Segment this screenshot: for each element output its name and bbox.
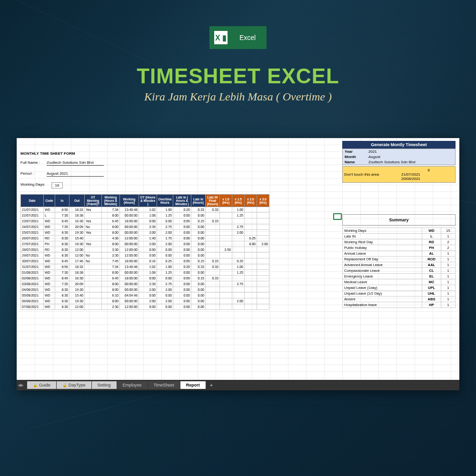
table-row[interactable]: 22/07/2021L7:3018:388:0000:00:001:081.25… — [21, 213, 269, 218]
col-date: Date — [21, 195, 44, 207]
col-latein-h: Late In (Hours) — [191, 195, 206, 207]
table-row[interactable]: 29/07/2021WD8:3012:00No2:3012:00:000:000… — [21, 253, 269, 258]
summary-row: Hospitalization leaveHP1 — [343, 302, 456, 308]
tab-employee[interactable]: Employee — [117, 381, 148, 389]
summary-row: Emergency LeaveEL1 — [343, 274, 456, 279]
tab-add-button[interactable]: + — [206, 382, 217, 388]
table-row[interactable]: 21/07/2021WD8:5618:32Yes7:3413:40:481:02… — [21, 207, 269, 213]
warning-panel: 8 Don't touch this area21/07/2021 20/08/… — [342, 166, 456, 183]
table-row[interactable]: 07/08/2021WD8:3012:002:3012:00:000:000.0… — [21, 304, 269, 310]
summary-row: Compassionate LeaveCL1 — [343, 268, 456, 274]
timesheet-table[interactable]: Date Code In Out OT Morning (Travel)? Wo… — [20, 194, 269, 310]
warn-text: Don't touch this area — [344, 172, 401, 177]
summary-row: Unpaid Leave (1day)UPL1 — [343, 285, 456, 291]
table-row[interactable]: 05/08/2021WD8:3015:406:1004:04:480:000.0… — [21, 293, 269, 298]
sheet-tabs: ◀ ▶ 🔒Guide 🔒DayType Setting Employee Tim… — [17, 380, 459, 390]
table-row[interactable]: 25/07/2021WD8:3019:30Yes8:0000:00:002:00… — [21, 230, 269, 236]
col-out: Out — [69, 195, 85, 207]
spreadsheet-window: MONTHLY TIME SHEET FORM Full Name : Zool… — [17, 138, 459, 390]
summary-row: AbsentABS1 — [343, 297, 456, 302]
summary-row: Working Rest DayRD2 — [343, 239, 456, 245]
excel-label: Excel — [232, 34, 267, 41]
warn-date1: 21/07/2021 — [401, 172, 420, 177]
col-working-hm: Working (Hours & Minutes) — [102, 195, 120, 207]
generate-title: Generate Montly Timesheet — [342, 141, 456, 149]
tab-report[interactable]: Report — [180, 381, 206, 389]
summary-panel: Summary Working DaysWD15Late INL1Working… — [342, 214, 456, 308]
summary-row: Public HolidayPH2 — [343, 245, 456, 251]
table-row[interactable]: 04/08/2021WD8:3019:308:0000:00:002:002.0… — [21, 287, 269, 293]
table-row[interactable]: 28/07/2021RD8:3012:003:3012:00:000:000.0… — [21, 247, 269, 253]
page-title: TIMESHEET EXCEL — [0, 64, 476, 88]
warn-date2: 20/08/2021 — [401, 177, 420, 181]
generate-panel: Generate Montly Timesheet Year2021 Month… — [342, 141, 456, 183]
gen-month-label: Month — [345, 155, 368, 159]
summary-row: Advanced Annual LeaveAAL1 — [343, 262, 456, 268]
excel-icon: X ▮ — [209, 26, 232, 49]
summary-title: Summary — [342, 214, 456, 226]
table-row[interactable]: 02/08/2021WD8:4516:306:4518:00:000:000.0… — [21, 276, 269, 281]
col-x10: x 1.0 (Hrs) — [220, 195, 232, 207]
working-days-label: Working Days: — [20, 182, 51, 188]
summary-row: Late INL1 — [343, 234, 456, 239]
excel-badge: X ▮ Excel — [209, 26, 267, 49]
gen-year-label: Year — [345, 149, 368, 154]
summary-row: Medical LeaveMC1 — [343, 279, 456, 285]
table-row[interactable]: 30/07/2021WD8:4517:46No7:4518:00:000:160… — [21, 258, 269, 264]
summary-row: Working DaysWD15 — [343, 228, 456, 234]
table-row[interactable]: 27/07/2021PH8:3019:30Yes8:0000:00:002:00… — [21, 241, 269, 247]
table-row[interactable]: 31/07/2021WD8:5618:327:3413:40:481:021.0… — [21, 264, 269, 270]
working-days-value[interactable]: 16 — [51, 182, 63, 188]
table-row[interactable]: 23/07/2021WD8:4516:30Yes6:4518:00:000:00… — [21, 218, 269, 224]
lock-icon: 🔒 — [62, 383, 67, 387]
full-name-value[interactable]: Zooltech Solutions Sdn Bhd — [47, 160, 104, 166]
full-name-label: Full Name : — [20, 160, 47, 166]
col-x20: x 2.0 (Hrs) — [245, 195, 257, 207]
col-in: In — [55, 195, 69, 207]
period-label: Period : — [20, 171, 47, 177]
summary-row: Replacement Off DayROD1 — [343, 257, 456, 262]
lock-icon: 🔒 — [33, 383, 38, 387]
gen-year[interactable]: 2021 — [368, 149, 377, 154]
summary-table: Working DaysWD15Late INL1Working Rest Da… — [342, 228, 456, 308]
col-latein-final: Late IN Final (Hours) — [206, 195, 220, 207]
table-row[interactable]: 06/08/2021WD8:3019:308:0000:00:002:002.0… — [21, 298, 269, 304]
page-subtitle: Kira Jam Kerja Lebih Masa ( Overtime ) — [0, 90, 476, 103]
gen-name[interactable]: Zooltech Solutions Sdn Bhd — [368, 160, 416, 164]
yellow-num: 8 — [344, 168, 454, 172]
cell-selection[interactable] — [333, 213, 342, 220]
col-code: Code — [44, 195, 55, 207]
summary-row: Annual LeaveAL1 — [343, 251, 456, 257]
tab-timesheet[interactable]: TimeSheet — [148, 381, 180, 389]
tab-daytype[interactable]: 🔒DayType — [57, 381, 91, 389]
tab-guide[interactable]: 🔒Guide — [27, 381, 56, 389]
gen-month[interactable]: August — [368, 155, 380, 159]
col-ot-morning: OT Morning (Travel)? — [85, 195, 102, 207]
table-row[interactable]: 03/08/2021WD7:3520:098:0000:00:002:392.7… — [21, 281, 269, 287]
table-row[interactable]: 01/08/2021WD7:3018:388:0000:00:001:081.2… — [21, 270, 269, 276]
col-x15: x 1.5 (Hrs) — [232, 195, 245, 207]
gen-name-label: Name — [345, 160, 368, 164]
tab-setting[interactable]: Setting — [92, 381, 117, 389]
period-value[interactable]: August 2021 — [47, 171, 104, 177]
col-latein-hm: Late In ( Hours & Minutes ) — [173, 195, 191, 207]
tab-nav-icon[interactable]: ◀ ▶ — [18, 383, 23, 387]
summary-row: Unpaid Leave (1/2 Day)UHL1 — [343, 291, 456, 297]
col-ot-hm: OT (Hours & Minutes ) — [139, 195, 157, 207]
col-x30: x 3.0 (Hrs) — [257, 195, 269, 207]
col-overtime-h: Overtime Hours — [157, 195, 173, 207]
table-row[interactable]: 26/07/2021RD8:3015:404:3012:00:001:401.7… — [21, 236, 269, 241]
table-row[interactable]: 24/07/2021WD7:3520:09No8:0000:00:002:392… — [21, 224, 269, 230]
col-working-h: Working (Hours) — [120, 195, 139, 207]
